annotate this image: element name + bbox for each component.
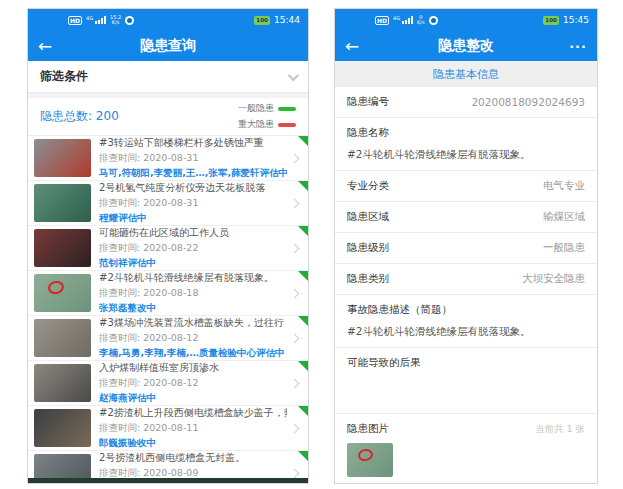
item-photo [34,274,91,312]
field-label: 隐患区域 [347,210,389,224]
hazard-list-item[interactable]: 2号机氢气纯度分析仪旁边天花板脱落排查时间: 2020-08-31程耀评估中 [28,181,308,226]
red-circle-mark [47,279,65,295]
hazard-list-item[interactable]: 可能砸伤在此区域的工作人员排查时间: 2020-08-22范钊祥评估中 [28,226,308,271]
item-status: 赵海燕评估中 [99,392,287,405]
item-photo [34,319,91,357]
legend-item: 一般隐患 [238,102,296,115]
detail-row-image: 隐患图片当前共 1 张 [335,414,597,484]
item-texts: 入炉煤制样值班室房顶渗水排查时间: 2020-08-12赵海燕评估中 [99,361,287,405]
item-title: #3转运站下部楼梯栏杆多处锈蚀严重 [99,136,287,150]
page-title: 隐患查询 [28,37,308,55]
corner-flag-icon [298,271,308,281]
field-value: 输煤区域 [543,210,585,224]
chevron-right-icon [290,243,300,253]
item-photo [34,409,91,447]
item-title: 2号机氢气纯度分析仪旁边天花板脱落 [99,181,287,195]
field-label: 隐患名称 [347,126,585,140]
hazard-total-count: 隐患总数: 200 [40,108,119,125]
legend-label: 一般隐患 [238,102,274,115]
item-title: 可能砸伤在此区域的工作人员 [99,226,287,240]
item-photo [34,184,91,222]
corner-flag-icon [298,181,308,191]
image-row-header: 隐患图片当前共 1 张 [347,422,585,436]
item-texts: #3煤场冲洗装置流水槽盖板缺失，过往行排查时间: 2020-08-12李楠,马勇… [99,316,287,360]
red-circle-mark [357,448,374,463]
field-label: 隐患级别 [347,241,389,255]
page-title: 隐患整改 [335,37,597,55]
legend-color-dash [278,107,296,111]
chevron-right-icon [290,288,300,298]
field-value [347,378,585,391]
field-label: 事故隐患描述（简题） [347,303,585,317]
field-value: 大坝安全隐患 [522,272,585,286]
item-inspect-date: 排查时间: 2020-08-12 [99,332,287,345]
detail-row: 隐患级别一般隐患 [335,233,597,264]
summary-row: 隐患总数: 200 一般隐患重大隐患 [28,98,308,136]
signal-icon: 4G [393,16,413,24]
field-value: 一般隐患 [543,241,585,255]
item-texts: 可能砸伤在此区域的工作人员排查时间: 2020-08-22范钊祥评估中 [99,226,287,270]
corner-flag-icon [298,226,308,236]
hazard-photo-thumbnail[interactable] [347,443,393,477]
chevron-right-icon [290,333,300,343]
corner-flag-icon [298,361,308,371]
detail-form: 隐患编号20200818092024693隐患名称#2斗轮机斗轮滑线绝缘层有脱落… [335,87,597,484]
chevron-right-icon [290,153,300,163]
clock-time: 15:44 [274,15,300,25]
legend: 一般隐患重大隐患 [238,102,296,131]
back-icon[interactable]: ← [345,38,359,55]
nav-bar: ← 隐患查询 [28,31,308,61]
detail-row: 可能导致的后果 [335,348,597,414]
chevron-right-icon [290,468,300,478]
hazard-list-item[interactable]: #3转运站下部楼梯栏杆多处锈蚀严重排查时间: 2020-08-31马可,符朝阳,… [28,136,308,181]
hazard-list: #3转运站下部楼梯栏杆多处锈蚀严重排查时间: 2020-08-31马可,符朝阳,… [28,136,308,484]
more-menu-icon[interactable]: ··· [569,39,587,54]
item-title: #2斗轮机斗轮滑线绝缘层有脱落现象。 [99,271,287,285]
back-icon[interactable]: ← [38,38,52,55]
filter-conditions-row[interactable]: 筛选条件 [28,61,308,93]
corner-flag-icon [298,451,308,461]
detail-row: 隐患区域输煤区域 [335,202,597,233]
item-title: 2号捞渣机西侧电缆槽盒无封盖。 [99,451,287,465]
item-status: 郎巍振验收中 [99,437,287,450]
cut-off-strip [28,478,308,483]
hd-icon: HD [68,16,82,25]
item-inspect-date: 排查时间: 2020-08-22 [99,242,287,255]
hazard-list-item[interactable]: #3煤场冲洗装置流水槽盖板缺失，过往行排查时间: 2020-08-12李楠,马勇… [28,316,308,361]
detail-row: 事故隐患描述（简题）#2斗轮机斗轮滑线绝缘层有脱落现象。 [335,295,597,348]
detail-row: 隐患类别大坝安全隐患 [335,264,597,295]
corner-flag-icon [298,136,308,146]
field-label: 隐患编号 [347,95,389,109]
item-status: 李楠,马勇,李翔,李楠,…质量检验中心评估中 [99,347,287,360]
network-speed: 0 K/s [417,15,425,25]
chevron-down-icon [288,69,299,80]
battery-icon: 100 [543,16,559,25]
detail-row: 隐患名称#2斗轮机斗轮滑线绝缘层有脱落现象。 [335,118,597,171]
item-title: #3煤场冲洗装置流水槽盖板缺失，过往行 [99,316,287,330]
field-value: 电气专业 [543,179,585,193]
filter-label: 筛选条件 [40,68,88,85]
item-inspect-date: 排查时间: 2020-08-11 [99,422,287,435]
item-inspect-date: 排查时间: 2020-08-12 [99,377,287,390]
field-label: 专业分类 [347,179,389,193]
item-photo [34,364,91,402]
item-inspect-date: 排查时间: 2020-08-31 [99,197,287,210]
hazard-list-item[interactable]: #2捞渣机上升段西侧电缆槽盒缺少盖子，热排查时间: 2020-08-11郎巍振验… [28,406,308,451]
legend-label: 重大隐患 [238,118,274,131]
field-label: 隐患类别 [347,272,389,286]
field-label: 可能导致的后果 [347,356,585,370]
battery-icon: 100 [254,16,270,25]
item-inspect-date: 排查时间: 2020-08-31 [99,152,287,165]
network-speed: 15.2 K/s [110,15,121,25]
item-photo [34,229,91,267]
status-bar: HD 4G 15.2 K/s 100 15:44 [28,9,308,31]
screenshot-hazard-query: HD 4G 15.2 K/s 100 15:44 ← 隐患查询 筛选条件 [27,8,309,484]
item-texts: 2号机氢气纯度分析仪旁边天花板脱落排查时间: 2020-08-31程耀评估中 [99,181,287,225]
hazard-list-item[interactable]: #2斗轮机斗轮滑线绝缘层有脱落现象。排查时间: 2020-08-18张郑磊整改中 [28,271,308,316]
item-texts: #3转运站下部楼梯栏杆多处锈蚀严重排查时间: 2020-08-31马可,符朝阳,… [99,136,287,180]
hazard-list-item[interactable]: 入炉煤制样值班室房顶渗水排查时间: 2020-08-12赵海燕评估中 [28,361,308,406]
quick-ball-icon [429,16,438,25]
item-status: 马可,符朝阳,李爱丽,王…,张军,薛爱轩评估中 [99,167,287,180]
item-inspect-date: 排查时间: 2020-08-18 [99,287,287,300]
field-value: #2斗轮机斗轮滑线绝缘层有脱落现象。 [347,148,585,162]
